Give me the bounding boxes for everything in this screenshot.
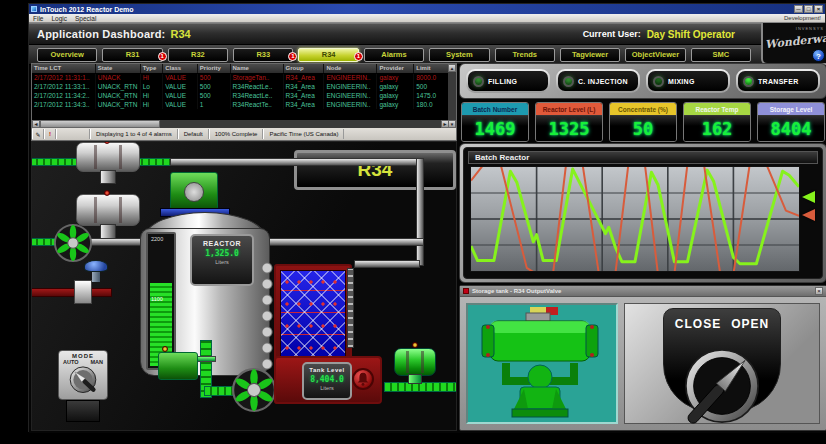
tab-r31[interactable]: R31 1: [102, 48, 162, 62]
feed-pipe-gray: [170, 158, 424, 166]
alarm-row[interactable]: 2/17/2012 11:34:3..UNACK_RTNHi VALUE1R34…: [32, 100, 449, 109]
valve-1-body: [100, 170, 116, 184]
mode-switch-pedestal: [66, 400, 100, 422]
trend-panel: Batch Reactor: [459, 143, 826, 283]
pump-cap-icon: [162, 346, 168, 352]
reactor-coil-right: [260, 260, 274, 372]
valve-actuator-icon[interactable]: [468, 305, 616, 421]
menu-logic[interactable]: Logic: [51, 15, 67, 22]
inlet-fan-icon[interactable]: [54, 224, 92, 262]
valve-switch-shield: CLOSE OPEN: [663, 308, 781, 412]
value-tiles: Batch Number 1469 Reactor Level (L) 1325…: [459, 101, 826, 143]
tab-alarms[interactable]: Alarms: [364, 48, 424, 62]
batch-number-tile: Batch Number 1469: [461, 102, 529, 142]
tab-r32[interactable]: R32: [168, 48, 228, 62]
riser-pipe: [416, 158, 424, 266]
level-marker-icon: [802, 191, 815, 203]
invensys-label: INVENSYS: [796, 26, 824, 31]
tank-plate-value: 8,404.0: [304, 375, 350, 384]
alarm-count-status: Displaying 1 to 4 of 4 alarms: [90, 129, 178, 139]
transfer-pump-icon[interactable]: [232, 368, 276, 412]
close-button[interactable]: ×: [814, 5, 823, 13]
alarm-timezone-status: Pacific Time (US Canada): [263, 129, 344, 139]
scroll-down-icon[interactable]: ▼: [448, 120, 456, 128]
alarm-status-bar: ✎ ! Displaying 1 to 4 of 4 alarms Defaul…: [32, 128, 456, 140]
alarm-bell-icon[interactable]: [352, 368, 374, 390]
alarm-row[interactable]: 2/17/2012 11:34:2..UNACK_RTNHi VALUE500R…: [32, 91, 449, 100]
tab-overview[interactable]: Overview: [37, 48, 97, 62]
output-valve-body: [408, 374, 422, 384]
transfer-button[interactable]: TRANSFER: [736, 69, 820, 93]
minimize-button[interactable]: ─: [794, 5, 803, 13]
alarm-complete-status: 100% Complete: [209, 129, 264, 139]
storage-level-value: 8404: [758, 116, 824, 141]
window-title: InTouch 2012 Reactor Demo: [40, 6, 134, 13]
storage-tank-quilt: [280, 270, 346, 358]
popup-titlebar[interactable]: Storage tank - R34 OutputValve ×: [460, 286, 826, 297]
trend-plot-area: [470, 166, 800, 272]
reactor-level-tile: Reactor Level (L) 1325: [535, 102, 603, 142]
valve-actuator-1[interactable]: [76, 142, 140, 172]
valve-rotary-switch[interactable]: [679, 343, 765, 429]
app-icon: [31, 6, 37, 12]
alarm-horizontal-scrollbar[interactable]: ◄ ►: [32, 120, 449, 128]
storage-level-tile: Storage Level 8404: [757, 102, 825, 142]
open-label: OPEN: [731, 317, 769, 331]
intouch-window: InTouch 2012 Reactor Demo ─ □ × File Log…: [28, 3, 826, 432]
filling-led-icon: [473, 76, 484, 87]
menu-bar: File Logic Special Development!: [29, 14, 825, 23]
trend-title: Batch Reactor: [468, 151, 818, 164]
edit-icon[interactable]: ✎: [32, 129, 44, 139]
dashboard-value: R34: [170, 28, 190, 40]
tab-r33[interactable]: R33 1: [233, 48, 293, 62]
tab-trends[interactable]: Trends: [495, 48, 555, 62]
alarm-row[interactable]: 2/17/2012 11:31:1..UNACKHi VALUE500Stora…: [32, 73, 449, 82]
mixing-button[interactable]: MIXING: [646, 69, 730, 93]
mode-rotary-switch[interactable]: [66, 365, 100, 397]
tab-system[interactable]: System: [429, 48, 489, 62]
temp-marker-icon: [802, 209, 815, 221]
alarm-row[interactable]: 2/17/2012 11:33:1..UNACK_RTNLo VALUE500R…: [32, 82, 449, 91]
scroll-right-icon[interactable]: ►: [441, 120, 449, 128]
c-injection-led-icon: [563, 76, 574, 87]
process-mimic: R34: [31, 141, 457, 431]
alert-icon[interactable]: !: [44, 129, 56, 139]
alarm-vertical-scrollbar[interactable]: ▲ ▼: [448, 64, 456, 128]
filling-button[interactable]: FILLING: [466, 69, 550, 93]
tab-r34[interactable]: R34 1: [298, 48, 358, 62]
tank-plate: Tank Level 8,404.0 Liters: [302, 362, 352, 400]
mode-switch-plate: MODE AUTO MAN: [58, 350, 108, 400]
valve-graphic-panel: [466, 303, 618, 424]
menu-file[interactable]: File: [33, 15, 43, 22]
red-pipe-valve[interactable]: [74, 280, 92, 304]
close-label: CLOSE: [675, 317, 721, 331]
gauge-top-label: 2200: [151, 236, 163, 242]
gauge-mid-label: 1100: [151, 296, 163, 302]
tab-objectviewer[interactable]: ObjectViewer: [625, 48, 685, 62]
reactor-plate-value: 1,325.0: [192, 249, 252, 258]
tab-tagviewer[interactable]: Tagviewer: [560, 48, 620, 62]
red-pipe: [31, 288, 112, 297]
app-header: Application Dashboard: R34 Current User:…: [29, 23, 826, 45]
tank-ladder: [347, 268, 354, 348]
trend-plot: [471, 167, 799, 271]
current-user-value: Day Shift Operator: [647, 29, 735, 40]
pressure-transmitter[interactable]: [84, 260, 108, 282]
valve-actuator-2[interactable]: [76, 194, 140, 226]
menu-special[interactable]: Special: [75, 15, 96, 22]
popup-close-icon[interactable]: ×: [815, 287, 823, 295]
phase-button-panel: FILLING C. INJECTION MIXING TRANSFER: [459, 63, 826, 99]
screen: InTouch 2012 Reactor Demo ─ □ × File Log…: [0, 0, 826, 444]
scroll-left-icon[interactable]: ◄: [32, 120, 40, 128]
batch-number-value: 1469: [462, 116, 528, 141]
tab-smc[interactable]: SMC: [691, 48, 751, 62]
c-injection-button[interactable]: C. INJECTION: [556, 69, 640, 93]
scroll-up-icon[interactable]: ▲: [448, 64, 456, 72]
scrollbar-thumb[interactable]: [40, 120, 160, 128]
maximize-button[interactable]: □: [804, 5, 813, 13]
help-icon[interactable]: ?: [812, 49, 825, 62]
output-valve-actuator[interactable]: [394, 348, 436, 376]
agitator-motor-hub-icon: [184, 182, 204, 202]
transfer-pump-motor[interactable]: [158, 352, 198, 380]
nav-tabbar: Overview R31 1 R32 R33 1 R34 1 Alarms Sy…: [29, 45, 826, 65]
